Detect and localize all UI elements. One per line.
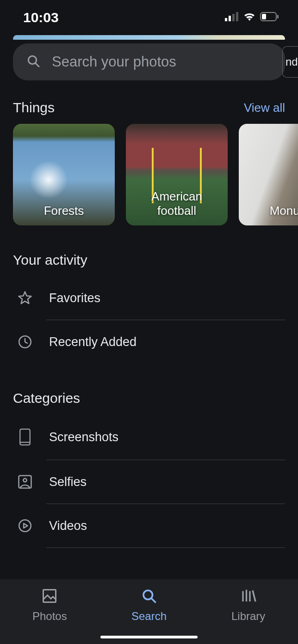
- chip-edge-text: nda: [286, 55, 298, 68]
- svg-line-17: [151, 598, 155, 602]
- battery-icon: [260, 12, 279, 23]
- wifi-icon: [242, 12, 256, 24]
- nav-library[interactable]: Library: [207, 588, 290, 623]
- category-item-selfies[interactable]: Selfies: [0, 460, 298, 504]
- thing-label: Forests: [44, 204, 84, 218]
- nav-search[interactable]: Search: [107, 588, 191, 623]
- phone-icon: [17, 428, 33, 446]
- nav-photos[interactable]: Photos: [8, 588, 91, 623]
- home-indicator[interactable]: [100, 636, 198, 638]
- clock-icon: [17, 334, 33, 350]
- search-icon: [26, 54, 41, 70]
- list-item-label: Favorites: [49, 291, 100, 305]
- divider: [46, 547, 285, 548]
- list-item-label: Recently Added: [49, 335, 137, 349]
- star-icon: [17, 290, 33, 306]
- thing-label: Monum: [270, 204, 298, 218]
- things-title: Things: [13, 100, 55, 115]
- photos-icon: [41, 588, 58, 606]
- thing-card-american-football[interactable]: American football: [126, 124, 228, 225]
- svg-line-8: [36, 63, 39, 67]
- things-carousel[interactable]: Forests American football Monum: [0, 124, 298, 225]
- thing-card-forests[interactable]: Forests: [13, 124, 115, 225]
- svg-point-13: [23, 479, 26, 482]
- svg-rect-3: [236, 12, 238, 21]
- list-item-label: Selfies: [49, 475, 87, 489]
- activity-item-recently-added[interactable]: Recently Added: [0, 320, 298, 364]
- map-preview-sliver[interactable]: [13, 35, 285, 40]
- status-icons: [225, 12, 279, 24]
- things-view-all[interactable]: View all: [244, 101, 285, 115]
- thing-label: American football: [151, 189, 202, 218]
- search-bar[interactable]: Search your photos nda: [13, 43, 285, 80]
- categories-title: Categories: [0, 364, 298, 414]
- svg-rect-5: [262, 14, 266, 19]
- library-icon: [240, 588, 257, 606]
- svg-rect-0: [225, 18, 227, 21]
- category-item-videos[interactable]: Videos: [0, 504, 298, 547]
- status-time: 10:03: [23, 10, 59, 25]
- search-placeholder: Search your photos: [52, 54, 176, 70]
- status-bar: 10:03: [0, 0, 298, 35]
- suggestion-chip-edge[interactable]: nda: [282, 46, 298, 78]
- selfie-icon: [17, 474, 33, 490]
- svg-rect-1: [229, 16, 231, 21]
- svg-line-21: [253, 590, 255, 601]
- bottom-nav: Photos Search Library: [0, 579, 298, 644]
- search-icon: [141, 588, 157, 606]
- cellular-icon: [225, 12, 239, 23]
- list-item-label: Videos: [49, 519, 87, 533]
- list-item-label: Screenshots: [49, 430, 118, 444]
- thing-card-monuments[interactable]: Monum: [239, 124, 298, 225]
- nav-label: Photos: [32, 610, 67, 623]
- play-circle-icon: [17, 518, 33, 534]
- nav-label: Library: [231, 610, 265, 623]
- svg-rect-15: [43, 590, 56, 602]
- svg-rect-2: [232, 14, 235, 21]
- things-header: Things View all: [0, 80, 298, 124]
- category-item-screenshots[interactable]: Screenshots: [0, 414, 298, 460]
- nav-label: Search: [131, 610, 167, 623]
- svg-point-14: [19, 520, 31, 532]
- svg-rect-6: [277, 15, 279, 18]
- activity-item-favorites[interactable]: Favorites: [0, 276, 298, 320]
- activity-title: Your activity: [0, 225, 298, 276]
